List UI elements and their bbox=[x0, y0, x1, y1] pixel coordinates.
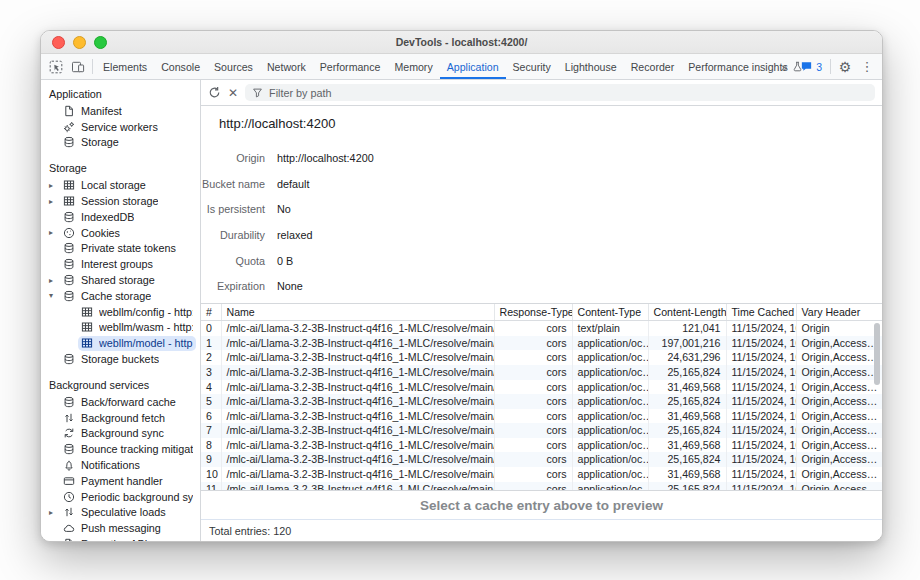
origin-heading: http://localhost:4200 bbox=[201, 106, 882, 136]
filter-input[interactable]: Filter by path bbox=[245, 84, 875, 101]
delete-selected-button[interactable]: ✕ bbox=[228, 86, 238, 100]
column-header-[interactable]: # bbox=[201, 304, 221, 321]
cache-entry-row[interactable]: 6/mlc-ai/Llama-3.2-3B-Instruct-q4f16_1-M… bbox=[201, 409, 882, 424]
tab-label: Application bbox=[447, 61, 499, 73]
tab-recorder[interactable]: Recorder bbox=[624, 54, 682, 79]
sidebar-item-cache-storage[interactable]: ▾Cache storage bbox=[41, 288, 200, 304]
sidebar-item-notifications[interactable]: Notifications bbox=[41, 457, 200, 473]
application-panel-sidebar: ApplicationManifestService workersStorag… bbox=[41, 80, 201, 541]
tab-network[interactable]: Network bbox=[260, 54, 313, 79]
cache-entry-row[interactable]: 11/mlc-ai/Llama-3.2-3B-Instruct-q4f16_1-… bbox=[201, 482, 882, 491]
sidebar-item-push-messaging[interactable]: Push messaging bbox=[41, 520, 200, 536]
settings-button[interactable]: ⚙ bbox=[834, 56, 856, 78]
cache-entry-row[interactable]: 10/mlc-ai/Llama-3.2-3B-Instruct-q4f16_1-… bbox=[201, 467, 882, 482]
cell-time-cached: 11/15/2024, 10… bbox=[726, 380, 796, 395]
expand-closed-icon[interactable]: ▸ bbox=[49, 181, 60, 190]
zoom-window-button[interactable] bbox=[94, 36, 107, 49]
column-header-content-type[interactable]: Content-Type bbox=[572, 304, 648, 321]
tab-lighthouse[interactable]: Lighthouse bbox=[558, 54, 624, 79]
sidebar-item-webllm-model-http-loc[interactable]: webllm/model - http://loc… bbox=[41, 335, 200, 351]
cell-vary-header: Origin,Access… bbox=[796, 409, 882, 424]
cell-time-cached: 11/15/2024, 10… bbox=[726, 350, 796, 365]
cache-entry-row[interactable]: 7/mlc-ai/Llama-3.2-3B-Instruct-q4f16_1-M… bbox=[201, 423, 882, 438]
sidebar-item-interest-groups[interactable]: Interest groups bbox=[41, 256, 200, 272]
database-icon bbox=[63, 290, 75, 302]
cell-content-type: application/oc… bbox=[572, 394, 648, 409]
cache-entry-row[interactable]: 4/mlc-ai/Llama-3.2-3B-Instruct-q4f16_1-M… bbox=[201, 380, 882, 395]
sidebar-item-private-state-tokens[interactable]: Private state tokens bbox=[41, 241, 200, 257]
expand-closed-icon[interactable]: ▸ bbox=[49, 508, 60, 517]
cell-time-cached: 11/15/2024, 10… bbox=[726, 365, 796, 380]
sidebar-item-background-fetch[interactable]: Background fetch bbox=[41, 410, 200, 426]
cell-content-length: 31,469,568 bbox=[648, 409, 726, 424]
column-header-name[interactable]: Name bbox=[221, 304, 494, 321]
tab-security[interactable]: Security bbox=[506, 54, 558, 79]
sidebar-item-webllm-wasm-http-loca[interactable]: webllm/wasm - http://loca… bbox=[41, 320, 200, 336]
tab-memory[interactable]: Memory bbox=[387, 54, 439, 79]
sidebar-item-cookies[interactable]: ▸Cookies bbox=[41, 225, 200, 241]
sidebar-item-bounce-tracking-mitigations[interactable]: Bounce tracking mitigations bbox=[41, 441, 200, 457]
refresh-button[interactable] bbox=[208, 86, 221, 99]
cache-entry-row[interactable]: 9/mlc-ai/Llama-3.2-3B-Instruct-q4f16_1-M… bbox=[201, 452, 882, 467]
sidebar-item-local-storage[interactable]: ▸Local storage bbox=[41, 177, 200, 193]
gears-icon bbox=[63, 121, 75, 133]
database-icon bbox=[63, 211, 75, 223]
sidebar-item-webllm-config-http-loc[interactable]: webllm/config - http://loc… bbox=[41, 304, 200, 320]
device-toolbar-button[interactable] bbox=[67, 56, 89, 78]
database-icon bbox=[63, 258, 75, 270]
table-scrollbar-thumb[interactable] bbox=[874, 323, 880, 385]
tab-performance[interactable]: Performance bbox=[313, 54, 388, 79]
expand-closed-icon[interactable]: ▸ bbox=[49, 228, 60, 237]
column-header-content-length[interactable]: Content-Length bbox=[648, 304, 726, 321]
minimize-window-button[interactable] bbox=[73, 36, 86, 49]
sidebar-item-session-storage[interactable]: ▸Session storage bbox=[41, 193, 200, 209]
cell-time-cached: 11/15/2024, 10… bbox=[726, 438, 796, 453]
cache-entry-row[interactable]: 5/mlc-ai/Llama-3.2-3B-Instruct-q4f16_1-M… bbox=[201, 394, 882, 409]
cache-entry-row[interactable]: 0/mlc-ai/Llama-3.2-3B-Instruct-q4f16_1-M… bbox=[201, 321, 882, 336]
column-header-vary-header[interactable]: Vary Header bbox=[796, 304, 882, 321]
cell-response-type: cors bbox=[494, 350, 572, 365]
sidebar-item-service-workers[interactable]: Service workers bbox=[41, 119, 200, 135]
sidebar-item-storage[interactable]: Storage bbox=[41, 135, 200, 151]
sidebar-item-indexeddb[interactable]: IndexedDB bbox=[41, 209, 200, 225]
cache-entry-row[interactable]: 8/mlc-ai/Llama-3.2-3B-Instruct-q4f16_1-M… bbox=[201, 438, 882, 453]
devtools-window: DevTools - localhost:4200/ ElementsConso… bbox=[40, 30, 883, 542]
cache-entry-row[interactable]: 1/mlc-ai/Llama-3.2-3B-Instruct-q4f16_1-M… bbox=[201, 336, 882, 351]
issues-counter-button[interactable]: 3 bbox=[795, 60, 827, 73]
cell-: 1 bbox=[201, 336, 221, 351]
column-header-time-cached[interactable]: Time Cached bbox=[726, 304, 796, 321]
sidebar-item-back-forward-cache[interactable]: Back/forward cache bbox=[41, 394, 200, 410]
tab-console[interactable]: Console bbox=[154, 54, 207, 79]
sidebar-item-storage-buckets[interactable]: Storage buckets bbox=[41, 351, 200, 367]
sidebar-item-shared-storage[interactable]: ▸Shared storage bbox=[41, 272, 200, 288]
cache-entry-row[interactable]: 2/mlc-ai/Llama-3.2-3B-Instruct-q4f16_1-M… bbox=[201, 350, 882, 365]
sidebar-item-reporting-api[interactable]: Reporting API bbox=[41, 536, 200, 541]
tab-sources[interactable]: Sources bbox=[207, 54, 260, 79]
main-menu-button[interactable]: ⋮ bbox=[856, 56, 878, 78]
tab-application[interactable]: Application bbox=[440, 54, 506, 79]
cell-content-length: 25,165,824 bbox=[648, 452, 726, 467]
sidebar-item-periodic-background-sync[interactable]: Periodic background sync bbox=[41, 489, 200, 505]
tab-elements[interactable]: Elements bbox=[96, 54, 154, 79]
cell-vary-header: Origin,Access… bbox=[796, 452, 882, 467]
cloud-icon bbox=[63, 522, 75, 534]
column-header-response-type[interactable]: Response-Type bbox=[494, 304, 572, 321]
sidebar-item-speculative-loads[interactable]: ▸Speculative loads bbox=[41, 505, 200, 521]
database-icon bbox=[63, 136, 75, 148]
cell-time-cached: 11/15/2024, 10… bbox=[726, 409, 796, 424]
expand-open-icon[interactable]: ▾ bbox=[49, 291, 60, 300]
file-icon bbox=[63, 105, 75, 117]
close-window-button[interactable] bbox=[52, 36, 65, 49]
cache-entry-row[interactable]: 3/mlc-ai/Llama-3.2-3B-Instruct-q4f16_1-M… bbox=[201, 365, 882, 380]
inspect-element-button[interactable] bbox=[45, 56, 67, 78]
tab-label: Network bbox=[267, 61, 306, 73]
expand-closed-icon[interactable]: ▸ bbox=[49, 197, 60, 206]
more-tabs-button[interactable]: » bbox=[773, 56, 795, 78]
cache-storage-main-panel: ✕ Filter by path http://localhost:4200 O… bbox=[201, 80, 882, 541]
sidebar-item-payment-handler[interactable]: Payment handler bbox=[41, 473, 200, 489]
sidebar-item-manifest[interactable]: Manifest bbox=[41, 103, 200, 119]
sidebar-item-background-sync[interactable]: Background sync bbox=[41, 426, 200, 442]
cell-vary-header: Origin,Access… bbox=[796, 438, 882, 453]
meta-value: None bbox=[277, 280, 303, 292]
expand-closed-icon[interactable]: ▸ bbox=[49, 276, 60, 285]
